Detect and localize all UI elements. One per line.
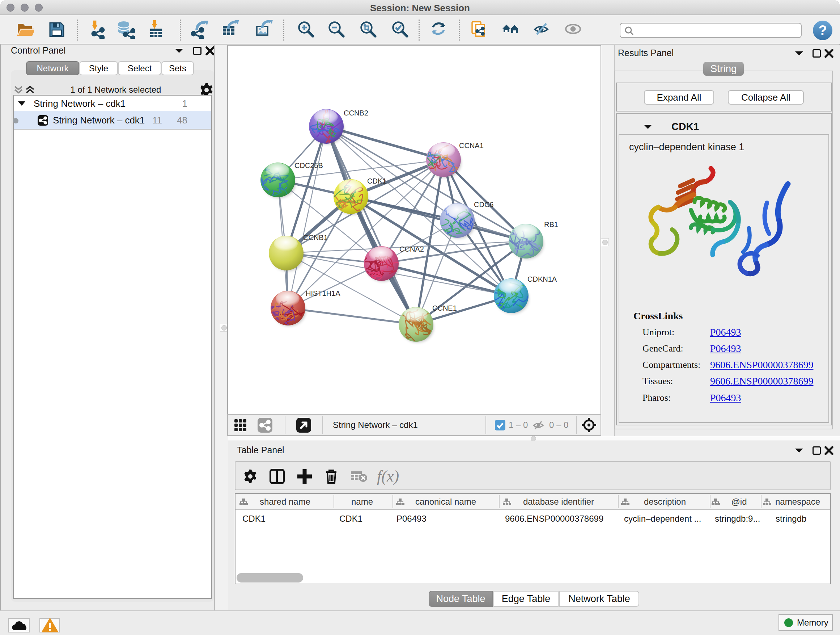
svg-text:CCNA1: CCNA1 — [459, 141, 484, 149]
svg-text:CCNA2: CCNA2 — [399, 245, 424, 253]
svg-text:CDKN1A: CDKN1A — [527, 275, 557, 283]
svg-text:CCNB2: CCNB2 — [344, 109, 368, 117]
svg-text:CDK1: CDK1 — [367, 177, 386, 185]
svg-text:HIST1H1A: HIST1H1A — [306, 289, 340, 297]
svg-text:RB1: RB1 — [544, 220, 558, 228]
svg-text:CCNB1: CCNB1 — [303, 233, 328, 241]
svg-text:CDC25B: CDC25B — [294, 162, 323, 169]
svg-text:CDC6: CDC6 — [474, 201, 493, 209]
svg-text:CCNE1: CCNE1 — [432, 304, 457, 312]
